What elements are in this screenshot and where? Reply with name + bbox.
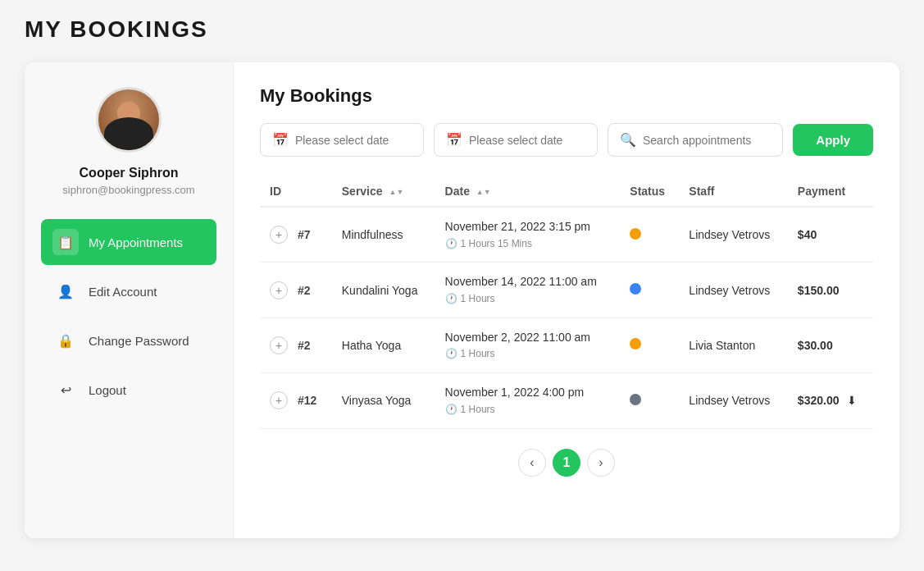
cell-status: [620, 373, 679, 428]
cell-staff: Livia Stanton: [679, 317, 788, 372]
calendar-icon: 📅: [446, 132, 462, 148]
cell-status: [620, 317, 679, 372]
sidebar-item-edit-account[interactable]: 👤 Edit Account: [41, 268, 216, 314]
cell-payment: $320.00 ⬇: [788, 373, 873, 428]
search-icon: 🔍: [620, 132, 636, 148]
lock-icon: 🔒: [52, 327, 79, 354]
cell-id: + #12: [260, 373, 332, 428]
status-dot: [630, 394, 641, 405]
date-duration: 🕐 1 Hours: [445, 292, 611, 306]
status-dot: [630, 228, 641, 240]
clock-icon: 🕐: [445, 347, 457, 361]
cell-date: November 1, 2022 4:00 pm 🕐 1 Hours: [435, 373, 621, 428]
col-service: Service ▲▼: [332, 176, 435, 207]
col-id: ID: [260, 176, 332, 207]
sidebar: Cooper Siphron siphron@bookingpress.com …: [25, 62, 234, 538]
status-dot: [630, 283, 641, 295]
main-content: My Bookings 📅 📅 🔍 Apply ID: [234, 62, 899, 538]
date-to-input[interactable]: [469, 134, 585, 147]
booking-id: #7: [298, 228, 311, 241]
cell-payment: $150.00: [788, 263, 873, 317]
date-duration: 🕐 1 Hours: [445, 403, 611, 417]
search-input[interactable]: [643, 134, 771, 147]
main-layout: Cooper Siphron siphron@bookingpress.com …: [25, 62, 899, 538]
date-from-input[interactable]: [295, 134, 412, 147]
expand-icon[interactable]: +: [270, 226, 288, 244]
date-main: November 14, 2022 11:00 am: [445, 274, 611, 290]
user-email: siphron@bookingpress.com: [62, 184, 194, 196]
content-title: My Bookings: [260, 85, 873, 107]
col-date: Date ▲▼: [435, 176, 621, 207]
sidebar-item-logout[interactable]: ↩ Logout: [41, 367, 216, 413]
cell-staff: Lindsey Vetrovs: [679, 373, 788, 428]
prev-page-button[interactable]: ‹: [518, 449, 546, 477]
booking-id: #2: [298, 284, 311, 297]
booking-id: #12: [298, 394, 316, 407]
table-row: + #7 Mindfulness November 21, 2022 3:15 …: [260, 207, 873, 263]
date-main: November 21, 2022 3:15 pm: [445, 219, 611, 235]
payment-amount: $40: [798, 228, 817, 241]
date-duration: 🕐 1 Hours 15 Mins: [445, 237, 611, 251]
appointments-icon: 📋: [52, 229, 79, 255]
clock-icon: 🕐: [445, 237, 457, 251]
cell-service: Hatha Yoga: [332, 317, 435, 372]
page-1-button[interactable]: 1: [553, 449, 580, 477]
col-payment: Payment: [788, 176, 873, 207]
user-name: Cooper Siphron: [80, 166, 179, 180]
payment-amount: $320.00: [798, 394, 840, 407]
cell-payment: $40: [788, 207, 873, 263]
date-main: November 1, 2022 4:00 pm: [445, 385, 611, 401]
table-row: + #2 Kundalini Yoga November 14, 2022 11…: [260, 263, 873, 317]
cell-staff: Lindsey Vetrovs: [679, 263, 788, 317]
sidebar-item-label: Change Password: [89, 334, 189, 348]
sort-arrows-service[interactable]: ▲▼: [389, 189, 403, 196]
table-row: + #12 Vinyasa Yoga November 1, 2022 4:00…: [260, 373, 873, 428]
cell-service: Kundalini Yoga: [332, 263, 435, 317]
pagination: ‹ 1 ›: [260, 429, 873, 480]
cell-status: [620, 207, 679, 263]
cell-id: + #2: [260, 263, 332, 317]
filters-row: 📅 📅 🔍 Apply: [260, 123, 873, 157]
sidebar-item-label: Logout: [89, 383, 126, 397]
avatar: [96, 87, 162, 153]
col-status: Status: [620, 176, 679, 207]
table-header-row: ID Service ▲▼ Date ▲▼ Status Staff: [260, 176, 873, 207]
cell-date: November 21, 2022 3:15 pm 🕐 1 Hours 15 M…: [435, 207, 621, 263]
date-to-picker[interactable]: 📅: [434, 123, 598, 157]
payment-action-icon[interactable]: ⬇: [847, 394, 857, 407]
col-staff: Staff: [679, 176, 788, 207]
cell-staff: Lindsey Vetrovs: [679, 207, 788, 263]
apply-button[interactable]: Apply: [793, 124, 873, 156]
cell-date: November 2, 2022 11:00 am 🕐 1 Hours: [435, 317, 621, 372]
sidebar-item-my-appointments[interactable]: 📋 My Appointments: [41, 219, 216, 265]
cell-service: Mindfulness: [332, 207, 435, 263]
bookings-table: ID Service ▲▼ Date ▲▼ Status Staff: [260, 176, 873, 429]
cell-id: + #2: [260, 317, 332, 372]
date-duration: 🕐 1 Hours: [445, 347, 611, 361]
table-row: + #2 Hatha Yoga November 2, 2022 11:00 a…: [260, 317, 873, 372]
sidebar-item-label: Edit Account: [89, 285, 157, 299]
cell-service: Vinyasa Yoga: [332, 373, 435, 428]
next-page-button[interactable]: ›: [587, 449, 615, 477]
payment-amount: $150.00: [798, 284, 840, 297]
page-title: MY BOOKINGS: [25, 16, 899, 43]
date-main: November 2, 2022 11:00 am: [445, 330, 611, 346]
edit-account-icon: 👤: [52, 278, 79, 304]
expand-icon[interactable]: +: [270, 336, 288, 354]
expand-icon[interactable]: +: [270, 281, 288, 299]
logout-icon: ↩: [52, 377, 79, 403]
cell-payment: $30.00: [788, 317, 873, 372]
cell-date: November 14, 2022 11:00 am 🕐 1 Hours: [435, 263, 621, 317]
cell-status: [620, 263, 679, 317]
sort-arrows-date[interactable]: ▲▼: [476, 189, 491, 196]
payment-amount: $30.00: [798, 339, 833, 352]
sidebar-item-change-password[interactable]: 🔒 Change Password: [41, 317, 216, 363]
status-dot: [630, 338, 641, 349]
date-from-picker[interactable]: 📅: [260, 123, 424, 157]
expand-icon[interactable]: +: [270, 391, 288, 409]
cell-id: + #7: [260, 207, 332, 263]
clock-icon: 🕐: [445, 403, 457, 417]
sidebar-item-label: My Appointments: [89, 235, 183, 249]
booking-id: #2: [298, 339, 311, 352]
search-appointments-wrap[interactable]: 🔍: [608, 123, 783, 157]
